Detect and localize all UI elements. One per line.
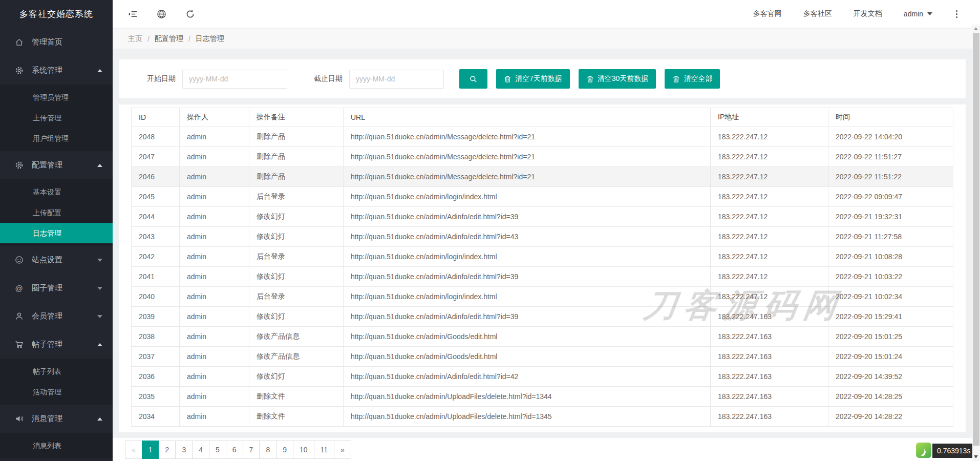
chevron-down-icon [927, 12, 932, 15]
topbar-link-docs[interactable]: 开发文档 [854, 9, 882, 18]
sidebar-item-5[interactable]: 会员管理 [0, 302, 113, 330]
table-row[interactable]: 2039admin修改幻灯http://quan.51duoke.cn/admi… [132, 307, 953, 327]
table-row[interactable]: 2041admin修改幻灯http://quan.51duoke.cn/admi… [132, 267, 953, 287]
table-row[interactable]: 2034admin删除文件http://quan.51duoke.cn/admi… [132, 407, 953, 427]
table-cell: 后台登录 [249, 287, 344, 307]
submenu-item[interactable]: 上传配置 [0, 202, 113, 223]
sidebar-item-6[interactable]: 帖子管理 [0, 330, 113, 359]
page-button-6[interactable]: 6 [226, 441, 243, 459]
table-cell: 2022-09-22 11:51:22 [828, 167, 953, 187]
sidebar-item-0[interactable]: 管理首页 [0, 28, 113, 56]
scrollbar-thumb[interactable] [973, 33, 979, 446]
clear-all-label: 清空全部 [684, 74, 712, 83]
breadcrumb-separator: / [147, 35, 150, 43]
sidebar-item-2[interactable]: 配置管理 [0, 151, 113, 179]
submenu-item[interactable]: 活动管理 [0, 382, 113, 402]
chevron-up-icon [97, 164, 102, 167]
page-button-7[interactable]: 7 [243, 441, 260, 459]
page-prev-button[interactable]: « [125, 441, 142, 459]
table-cell: http://quan.51duoke.cn/admin/Goods/edit.… [344, 327, 711, 347]
table-cell: 2035 [132, 387, 180, 407]
breadcrumb-separator: / [188, 35, 190, 43]
page-next-button[interactable]: » [334, 441, 351, 459]
search-icon [470, 75, 477, 83]
page-button-10[interactable]: 10 [293, 441, 314, 459]
table-row[interactable]: 2040admin后台登录http://quan.51duoke.cn/admi… [132, 287, 953, 307]
collapse-icon[interactable] [127, 8, 138, 19]
page-button-4[interactable]: 4 [192, 441, 209, 459]
table-cell: 183.222.247.12 [711, 227, 828, 247]
table-row[interactable]: 2045admin后台登录http://quan.51duoke.cn/admi… [132, 187, 953, 207]
table-row[interactable]: 2037admin修改产品信息http://quan.51duoke.cn/ad… [132, 347, 953, 367]
page-scrollbar[interactable] [972, 25, 980, 461]
breadcrumb-current: 日志管理 [196, 34, 224, 44]
submenu-item[interactable]: 帖子列表 [0, 361, 113, 382]
table-cell: 后台登录 [249, 247, 344, 267]
table-row[interactable]: 2048admin删除产品http://quan.51duoke.cn/admi… [132, 127, 953, 147]
table-cell: http://quan.51duoke.cn/admin/UploadFiles… [344, 407, 711, 427]
kebab-icon[interactable] [954, 8, 960, 20]
clear-7days-button[interactable]: 清空7天前数据 [496, 69, 570, 89]
page-button-1[interactable]: 1 [142, 441, 159, 459]
sidebar-item-label: 配置管理 [32, 160, 62, 170]
table-cell: 183.222.247.163 [711, 367, 828, 387]
table-cell: admin [180, 367, 249, 387]
page-button-11[interactable]: 11 [314, 441, 335, 459]
submenu-item[interactable]: 上传管理 [0, 108, 113, 128]
table-cell: admin [180, 187, 249, 207]
submenu-item[interactable]: 日志管理 [0, 223, 113, 243]
table-row[interactable]: 2047admin删除产品http://quan.51duoke.cn/admi… [132, 147, 953, 167]
refresh-icon[interactable] [184, 8, 196, 19]
table-row[interactable]: 2043admin修改幻灯http://quan.51duoke.cn/admi… [132, 227, 953, 247]
log-table-card: ID操作人操作备注URLIP地址时间 2048admin删除产品http://q… [119, 104, 966, 432]
end-date-input[interactable] [349, 70, 444, 89]
submenu-item[interactable]: 基本设置 [0, 182, 113, 202]
table-row[interactable]: 2044admin修改幻灯http://quan.51duoke.cn/admi… [132, 207, 953, 227]
table-cell: 2022-09-21 10:03:22 [828, 267, 953, 287]
table-row[interactable]: 2035admin删除文件http://quan.51duoke.cn/admi… [132, 387, 953, 407]
clear-30days-button[interactable]: 清空30天前数据 [579, 69, 656, 89]
topbar-link-official[interactable]: 多客官网 [753, 9, 782, 18]
table-cell: 2022-09-21 11:27:58 [828, 227, 953, 247]
page-button-9[interactable]: 9 [276, 441, 293, 459]
page-button-8[interactable]: 8 [259, 441, 276, 459]
table-cell: 2022-09-20 15:01:25 [828, 327, 953, 347]
chevron-down-icon [97, 259, 102, 262]
topbar-link-community[interactable]: 多客社区 [803, 9, 832, 18]
breadcrumb-home[interactable]: 主页 [128, 34, 142, 44]
table-row[interactable]: 2036admin修改幻灯http://quan.51duoke.cn/admi… [132, 367, 953, 387]
page-button-3[interactable]: 3 [175, 441, 193, 459]
globe-icon[interactable] [156, 8, 167, 19]
sidebar-item-4[interactable]: @圈子管理 [0, 274, 113, 302]
search-button[interactable] [459, 69, 487, 89]
submenu-item[interactable]: 用户组管理 [0, 128, 113, 149]
column-header: ID [132, 108, 180, 127]
table-row[interactable]: 2042admin后台登录http://quan.51duoke.cn/admi… [132, 247, 953, 267]
table-cell: http://quan.51duoke.cn/admin/Adinfo/edit… [344, 307, 711, 327]
sidebar-item-1[interactable]: 系统管理 [0, 56, 113, 85]
submenu-item[interactable]: 管理员管理 [0, 87, 113, 108]
clear-all-button[interactable]: 清空全部 [665, 69, 720, 89]
table-cell: 修改幻灯 [249, 227, 344, 247]
cart-icon [14, 340, 24, 349]
table-row[interactable]: 2038admin修改产品信息http://quan.51duoke.cn/ad… [132, 327, 953, 347]
table-cell: 2036 [132, 367, 180, 387]
chevron-up-icon [97, 343, 102, 346]
breadcrumb-config[interactable]: 配置管理 [155, 34, 183, 44]
table-cell: 2041 [132, 267, 180, 287]
sidebar-menu: 管理首页系统管理管理员管理上传管理用户组管理配置管理基本设置上传配置日志管理站点… [0, 28, 113, 458]
table-row[interactable]: 2046admin删除产品http://quan.51duoke.cn/admi… [132, 167, 953, 187]
submenu-item[interactable]: 消息列表 [0, 435, 113, 456]
sidebar-item-7[interactable]: 消息管理 [0, 405, 113, 433]
page-button-5[interactable]: 5 [209, 441, 226, 459]
user-menu[interactable]: admin [904, 10, 932, 18]
table-cell: 2022-09-21 10:02:34 [828, 287, 953, 307]
sidebar-item-3[interactable]: 站点设置 [0, 246, 113, 274]
start-date-input[interactable] [182, 70, 287, 89]
table-cell: 183.222.247.163 [711, 347, 828, 367]
scroll-down-arrow-icon[interactable] [974, 455, 978, 458]
scroll-up-arrow-icon[interactable] [974, 27, 978, 30]
table-cell: 删除产品 [249, 147, 344, 167]
table-cell: 修改幻灯 [249, 367, 344, 387]
page-button-2[interactable]: 2 [159, 441, 176, 459]
